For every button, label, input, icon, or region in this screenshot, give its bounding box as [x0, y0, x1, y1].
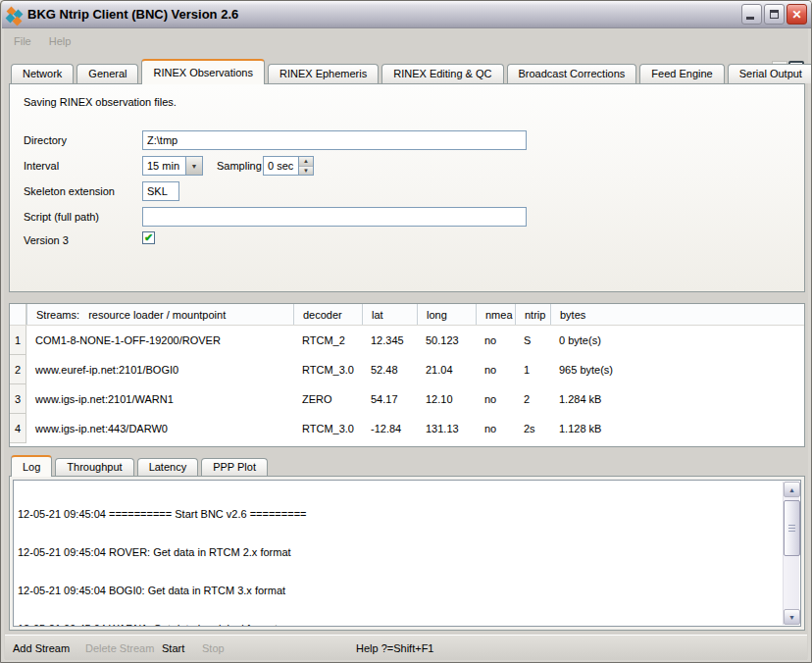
version3-label: Version 3 — [24, 234, 69, 246]
menu-file[interactable]: File — [5, 32, 40, 50]
spin-down-icon[interactable]: ▼ — [299, 167, 313, 176]
tab-log[interactable]: Log — [11, 455, 52, 477]
tab-general[interactable]: General — [76, 64, 138, 83]
thumb-grip-icon — [788, 525, 795, 533]
cell-bytes: 1.128 kB — [550, 414, 804, 443]
tab-ppp-plot[interactable]: PPP Plot — [201, 458, 268, 476]
table-row[interactable]: 4 www.igs-ip.net:443/DARW0 RTCM_3.0 -12.… — [10, 414, 804, 443]
cell-ntrip: 1 — [515, 355, 550, 384]
add-stream-button[interactable]: Add Stream — [11, 640, 72, 656]
tab-throughput[interactable]: Throughput — [55, 458, 133, 476]
tab-feed-engine[interactable]: Feed Engine — [639, 64, 724, 83]
cell-lat: 54.17 — [362, 384, 417, 414]
script-label: Script (full path) — [24, 211, 99, 223]
cell-decoder: RTCM_3.0 — [293, 355, 362, 384]
sampling-spinbox[interactable]: 0 sec ▲ ▼ — [263, 156, 314, 176]
cell-nmea: no — [476, 355, 515, 384]
log-lines: 12-05-21 09:45:04 ========== Start BNC v… — [14, 481, 783, 626]
skeleton-extension-label: Skeleton extension — [24, 185, 115, 197]
cell-ntrip: 2 — [515, 384, 550, 414]
bnc-window: BKG Ntrip Client (BNC) Version 2.6 ✕ Fil… — [0, 0, 812, 663]
table-row[interactable]: 2 www.euref-ip.net:2101/BOGI0 RTCM_3.0 5… — [10, 355, 804, 384]
scrollbar-thumb[interactable] — [784, 500, 800, 556]
monitor-tab-bar: Log Throughput Latency PPP Plot — [11, 454, 271, 476]
app-icon — [7, 7, 23, 23]
cell-nmea: no — [476, 384, 515, 414]
skeleton-extension-input[interactable] — [142, 181, 179, 201]
title-bar[interactable]: BKG Ntrip Client (BNC) Version 2.6 ✕ — [2, 1, 812, 28]
cell-ntrip: 2s — [515, 414, 550, 443]
sampling-value: 0 sec — [264, 157, 298, 175]
cell-nmea: no — [476, 414, 515, 443]
cell-nmea: no — [476, 326, 515, 355]
header-corner — [10, 304, 26, 325]
interval-combo[interactable]: 15 min ▼ — [142, 156, 203, 176]
minimize-icon — [746, 17, 754, 20]
version3-checkbox[interactable]: ✔ — [142, 231, 155, 244]
tab-rinex-editing-qc[interactable]: RINEX Editing & QC — [381, 64, 503, 83]
menu-bar: File Help — [5, 30, 809, 51]
header-decoder: decoder — [293, 304, 362, 325]
cell-long: 50.123 — [417, 326, 476, 355]
cell-mountpoint: www.euref-ip.net:2101/BOGI0 — [26, 355, 293, 384]
maximize-icon — [770, 10, 779, 19]
header-bytes: bytes — [550, 304, 804, 325]
log-scrollbar[interactable]: ▲ ▼ — [783, 482, 799, 625]
log-line: 12-05-21 09:45:04 BOGI0: Get data in RTC… — [18, 585, 779, 597]
scroll-down-icon[interactable]: ▼ — [784, 609, 800, 625]
check-icon: ✔ — [144, 232, 153, 243]
cell-decoder: RTCM_3.0 — [293, 414, 362, 443]
cell-lat: 12.345 — [362, 326, 417, 355]
cell-long: 21.04 — [417, 355, 476, 384]
sampling-label: Sampling — [217, 160, 262, 172]
help-hint: Help ?=Shift+F1 — [354, 640, 436, 656]
cell-long: 131.13 — [417, 414, 476, 443]
cell-lat: 52.48 — [362, 355, 417, 384]
tab-rinex-observations[interactable]: RINEX Observations — [141, 59, 264, 84]
tab-broadcast-corrections[interactable]: Broadcast Corrections — [507, 64, 637, 83]
cell-mountpoint: www.igs-ip.net:2101/WARN1 — [26, 384, 293, 414]
tab-rinex-ephemeris[interactable]: RINEX Ephemeris — [268, 64, 379, 83]
config-tab-bar: Network General RINEX Observations RINEX… — [11, 58, 803, 83]
cell-long: 12.10 — [417, 384, 476, 414]
row-number: 2 — [10, 355, 26, 384]
action-bar: Add Stream Delete Stream Start Stop Help… — [5, 635, 807, 660]
rinex-observations-panel: Saving RINEX observation files. Director… — [9, 83, 805, 292]
log-line: 12-05-21 09:45:04 ========== Start BNC v… — [18, 508, 779, 521]
header-long: long — [417, 304, 476, 325]
row-number: 3 — [10, 384, 26, 414]
start-button[interactable]: Start — [160, 640, 186, 656]
directory-label: Directory — [24, 134, 67, 146]
cell-bytes: 965 byte(s) — [550, 355, 804, 384]
directory-input[interactable] — [142, 130, 527, 150]
row-number: 1 — [10, 326, 26, 355]
log-line: 12-05-21 09:45:04 ROVER: Get data in RTC… — [18, 546, 779, 559]
header-ntrip: ntrip — [515, 304, 550, 325]
maximize-button[interactable] — [764, 4, 785, 25]
cell-lat: -12.84 — [362, 414, 417, 443]
close-icon: ✕ — [791, 8, 801, 22]
delete-stream-button: Delete Stream — [83, 640, 156, 656]
tab-latency[interactable]: Latency — [137, 458, 199, 476]
spin-up-icon[interactable]: ▲ — [299, 157, 313, 167]
interval-value: 15 min — [143, 157, 185, 175]
interval-label: Interval — [24, 160, 59, 172]
cell-mountpoint: COM1-8-NONE-1-OFF-19200/ROVER — [26, 326, 293, 355]
script-input[interactable] — [142, 207, 527, 227]
chevron-down-icon[interactable]: ▼ — [185, 157, 202, 175]
menu-help[interactable]: Help — [40, 32, 80, 50]
table-row[interactable]: 3 www.igs-ip.net:2101/WARN1 ZERO 54.17 1… — [10, 384, 804, 414]
scroll-up-icon[interactable]: ▲ — [784, 482, 800, 497]
header-lat: lat — [362, 304, 417, 325]
table-row[interactable]: 1 COM1-8-NONE-1-OFF-19200/ROVER RTCM_2 1… — [10, 326, 804, 355]
cell-mountpoint: www.igs-ip.net:443/DARW0 — [26, 414, 293, 443]
minimize-button[interactable] — [741, 4, 762, 25]
tab-serial-output[interactable]: Serial Output — [728, 64, 812, 83]
close-button[interactable]: ✕ — [787, 4, 807, 25]
log-textarea[interactable]: 12-05-21 09:45:04 ========== Start BNC v… — [13, 480, 801, 627]
log-line: 12-05-21 09:45:04 WARN1: Get data in ori… — [18, 623, 779, 626]
cell-ntrip: S — [515, 326, 550, 355]
log-panel: 12-05-21 09:45:04 ========== Start BNC v… — [9, 476, 805, 631]
panel-description: Saving RINEX observation files. — [24, 96, 177, 108]
tab-network[interactable]: Network — [11, 64, 74, 83]
